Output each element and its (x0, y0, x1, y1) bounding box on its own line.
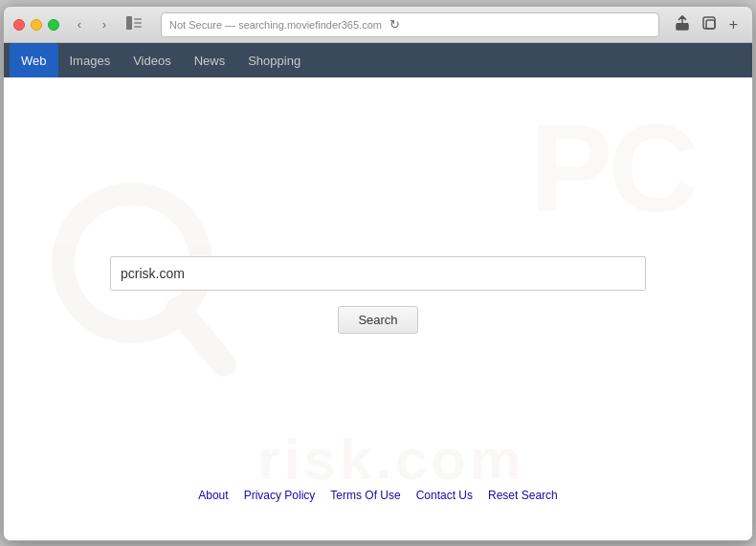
sidebar-toggle-button[interactable] (122, 14, 145, 35)
svg-rect-3 (134, 26, 142, 28)
security-indicator: Not Secure — searching.moviefinder365.co… (169, 19, 382, 31)
svg-rect-6 (706, 20, 715, 29)
browser-window: ‹ › Not Secure — searching.moviefinder36… (3, 6, 753, 541)
footer-link-reset[interactable]: Reset Search (488, 489, 558, 502)
nav-item-images[interactable]: Images (58, 43, 122, 77)
footer-link-about[interactable]: About (198, 489, 228, 502)
share-icon (676, 18, 689, 33)
nav-item-videos[interactable]: Videos (122, 43, 183, 77)
maximize-button[interactable] (48, 19, 59, 31)
close-button[interactable] (13, 19, 25, 31)
forward-button[interactable]: › (94, 14, 115, 35)
footer-links: About Privacy Policy Terms Of Use Contac… (4, 489, 752, 502)
svg-rect-0 (126, 16, 132, 30)
nav-item-shopping[interactable]: Shopping (236, 43, 312, 77)
sidebar-icon (126, 16, 142, 33)
reload-button[interactable]: ↻ (386, 17, 404, 32)
new-tab-button[interactable]: + (724, 16, 743, 33)
svg-rect-2 (134, 22, 142, 24)
pc-watermark: PC (529, 106, 695, 230)
svg-rect-1 (134, 18, 142, 20)
footer-link-privacy[interactable]: Privacy Policy (244, 489, 316, 502)
forward-icon: › (102, 17, 106, 32)
reload-icon: ↻ (389, 17, 400, 32)
minimize-button[interactable] (31, 19, 42, 31)
footer-link-contact[interactable]: Contact Us (416, 489, 473, 502)
address-bar[interactable]: Not Secure — searching.moviefinder365.co… (161, 12, 659, 37)
nav-item-news[interactable]: News (183, 43, 237, 77)
search-button[interactable]: Search (338, 306, 417, 334)
tabs-icon (702, 17, 716, 33)
back-icon: ‹ (78, 17, 81, 32)
tabs-button[interactable] (698, 16, 721, 33)
title-bar: ‹ › Not Secure — searching.moviefinder36… (4, 7, 752, 43)
new-tab-icon: + (729, 16, 738, 33)
search-form: Search (110, 256, 646, 334)
nav-item-web[interactable]: Web (10, 43, 58, 77)
nav-arrows: ‹ › (69, 14, 115, 35)
share-button[interactable] (671, 15, 694, 33)
search-input[interactable] (110, 256, 646, 291)
nav-bar: Web Images Videos News Shopping (4, 43, 752, 77)
content-area: PC risk.com Search About Privacy Policy … (4, 77, 752, 540)
footer-link-terms[interactable]: Terms Of Use (330, 489, 400, 502)
risk-watermark: risk.com (258, 426, 525, 492)
traffic-lights (13, 19, 59, 31)
back-button[interactable]: ‹ (69, 14, 90, 35)
svg-rect-5 (703, 17, 715, 29)
